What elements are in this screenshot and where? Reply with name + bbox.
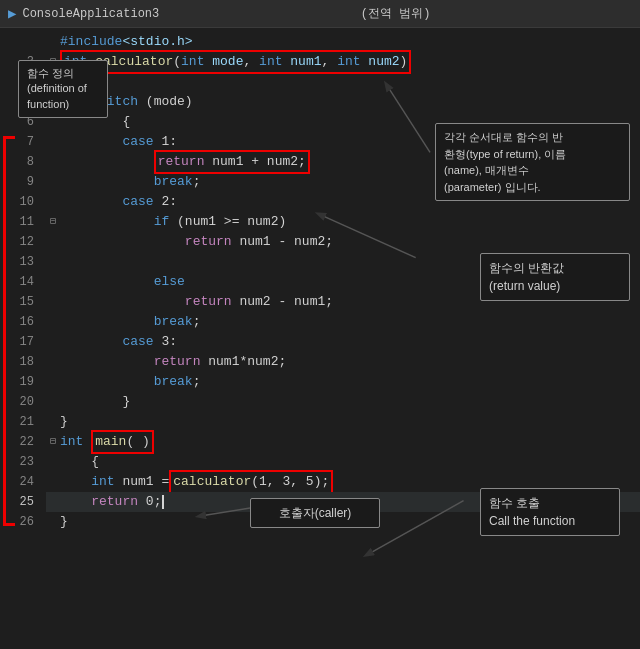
break16-semi: ; (193, 312, 201, 332)
code-line-4: { (46, 72, 640, 92)
code-line-17: case 3: (46, 332, 640, 352)
code-line-5: ⊟ switch (mode) (46, 92, 640, 112)
case3-rest: 3: (154, 332, 177, 352)
break9-semi: ; (193, 172, 201, 192)
kw-return-18: return (154, 352, 201, 372)
space-22 (83, 432, 91, 452)
include-header: <stdio.h> (122, 32, 192, 52)
param-type-2: int (259, 52, 282, 72)
indent-12 (60, 232, 185, 252)
if-rest: (num1 >= num2) (169, 212, 286, 232)
code-line-12: return num1 - num2; (46, 232, 640, 252)
code-line-19: break; (46, 372, 640, 392)
calc-call: calculator (173, 472, 251, 492)
title-bar: ▶ ConsoleApplication3 (전역 범위) (0, 0, 640, 28)
indent-14 (60, 272, 154, 292)
code-line-22: ⊟ int main( ) (46, 432, 640, 452)
indent-24 (60, 472, 91, 492)
annotation-return-value: 함수의 반환값(return value) (480, 253, 630, 301)
return18-rest: num1*num2; (200, 352, 286, 372)
kw-break-16: break (154, 312, 193, 332)
kw-break-9: break (154, 172, 193, 192)
scope-label: (전역 범위) (159, 5, 632, 22)
comma1: , (243, 52, 259, 72)
brace-23: { (60, 452, 99, 472)
param-mode: mode (212, 52, 243, 72)
code-area[interactable]: #include<stdio.h> ⊟ int calculator(int m… (42, 28, 640, 649)
kw-return-25: return (91, 492, 138, 512)
line-num (0, 32, 34, 52)
return15-rest: num2 - num1; (232, 292, 333, 312)
kw-return-15: return (185, 292, 232, 312)
indent-19 (60, 372, 154, 392)
fold-icon-22[interactable]: ⊟ (46, 435, 60, 449)
annotation-func-def: 함수 정의 (definition of function) (18, 60, 108, 118)
space3 (283, 52, 291, 72)
kw-case2: case (122, 192, 153, 212)
num1-type: int (91, 472, 114, 492)
calc-args: (1, 3, 5); (251, 472, 329, 492)
annotation-return-type: 각각 순서대로 함수의 반환형(type of return), 이름(name… (435, 123, 630, 201)
indent-8 (60, 152, 154, 172)
param-type-3: int (337, 52, 360, 72)
code-line-20: } (46, 392, 640, 412)
comma2: , (322, 52, 338, 72)
indent-25 (60, 492, 91, 512)
switch-rest: (mode) (138, 92, 193, 112)
code-line-include: #include<stdio.h> (46, 32, 640, 52)
indent-16 (60, 312, 154, 332)
param-num1: num1 (290, 52, 321, 72)
kw-else: else (154, 272, 185, 292)
space2 (204, 52, 212, 72)
return25-rest: 0; (138, 492, 161, 512)
code-line-23: { (46, 452, 640, 472)
indent-11 (60, 212, 154, 232)
indent-15 (60, 292, 185, 312)
case1-rest: 1: (154, 132, 177, 152)
fold-icon-11[interactable]: ⊟ (46, 215, 60, 229)
kw-break-19: break (154, 372, 193, 392)
main-func-name: main (95, 432, 126, 452)
func-def-bracket (3, 136, 15, 526)
main-return-type: int (60, 432, 83, 452)
title-bar-left: ▶ ConsoleApplication3 (8, 5, 159, 22)
indent-17 (60, 332, 122, 352)
paren-close: ) (400, 52, 408, 72)
code-line-21: } (46, 412, 640, 432)
main-parens: ( ) (126, 432, 149, 452)
space-24a: num1 = (115, 472, 170, 492)
code-line-3: ⊟ int calculator(int mode, int num1, int… (46, 52, 640, 72)
code-line-16: break; (46, 312, 640, 332)
return8-rest: num1 + num2; (204, 152, 305, 172)
indent-18 (60, 352, 154, 372)
app-icon: ▶ (8, 5, 16, 22)
indent-10 (60, 192, 122, 212)
kw-case3: case (122, 332, 153, 352)
param-type-1: int (181, 52, 204, 72)
include-directive: #include (60, 32, 122, 52)
kw-if: if (154, 212, 170, 232)
paren-open: ( (173, 52, 181, 72)
return12-rest: num1 - num2; (232, 232, 333, 252)
case2-rest: 2: (154, 192, 177, 212)
code-line-11: ⊟ if (num1 >= num2) (46, 212, 640, 232)
brace-20: } (60, 392, 130, 412)
indent-7 (60, 132, 122, 152)
annotation-caller: 호출자(caller) (250, 498, 380, 528)
kw-case1: case (122, 132, 153, 152)
space4 (361, 52, 369, 72)
editor: 3 4 5 6 7 8 9 10 11 12 13 14 15 16 17 18… (0, 28, 640, 649)
kw-return-8: return (158, 152, 205, 172)
app-title: ConsoleApplication3 (22, 7, 159, 21)
break19-semi: ; (193, 372, 201, 392)
cursor (162, 495, 164, 509)
indent-9 (60, 172, 154, 192)
code-line-18: return num1*num2; (46, 352, 640, 372)
param-num2: num2 (368, 52, 399, 72)
brace-26: } (60, 512, 68, 532)
annotation-call-func: 함수 호출Call the function (480, 488, 620, 536)
brace-21: } (60, 412, 68, 432)
kw-return-12: return (185, 232, 232, 252)
